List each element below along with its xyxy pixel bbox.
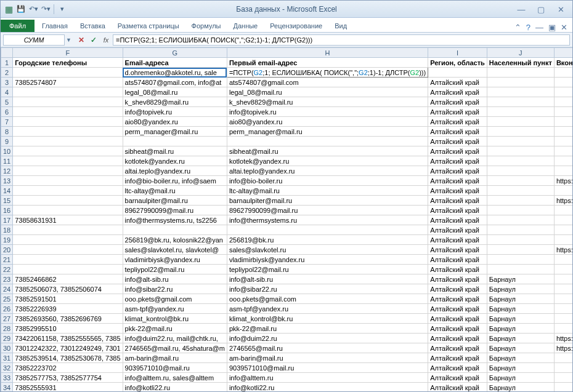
row-header[interactable]: 14: [1, 186, 13, 196]
cell[interactable]: [554, 68, 572, 78]
cell[interactable]: barnaulpiter@mail.ru: [227, 196, 428, 206]
cell[interactable]: Алтайский край: [428, 146, 487, 156]
cell[interactable]: vladimirbiysk@yandex.ru: [227, 255, 428, 265]
cell[interactable]: aio80@yandex.ru: [123, 117, 227, 127]
cell[interactable]: [487, 78, 554, 87]
cell[interactable]: 9039571010@mail.ru: [227, 363, 428, 373]
ribbon-tab-3[interactable]: Формулы: [185, 20, 227, 32]
cell[interactable]: 73852577753, 73852577754: [13, 373, 123, 383]
spreadsheet-grid[interactable]: F G H I J K 1Городские телефоныEmail-адр…: [1, 47, 572, 391]
ribbon-tab-1[interactable]: Вставка: [74, 20, 112, 32]
cell[interactable]: ooo.pkets@gmail.com: [227, 294, 428, 304]
name-box[interactable]: СУММ: [3, 34, 65, 46]
cell[interactable]: [554, 324, 572, 334]
cell[interactable]: ltc-altay@mail.ru: [123, 186, 227, 196]
row-header[interactable]: 4: [1, 87, 13, 97]
col-header-J[interactable]: J: [487, 48, 554, 58]
cell[interactable]: [487, 215, 554, 225]
cell[interactable]: info@topivek.ru: [227, 107, 428, 117]
cell[interactable]: altai.teplo@yandex.ru: [227, 166, 428, 176]
cell[interactable]: am-barin@mail.ru: [227, 353, 428, 363]
cell[interactable]: Барнаул: [487, 363, 554, 373]
cell[interactable]: =ПСТР(G2;1; ЕСЛИОШИБКА( ПОИСК(",";G2;1)-…: [227, 68, 428, 78]
cell[interactable]: [487, 245, 554, 255]
cell[interactable]: info@bio-boiler.ru, info@saem: [123, 176, 227, 186]
cell[interactable]: [13, 186, 123, 196]
cell[interactable]: 89627990099@mail.ru: [123, 206, 227, 215]
cell[interactable]: [13, 245, 123, 255]
cell[interactable]: 89627990099@mail.ru: [227, 206, 428, 215]
cell[interactable]: Алтайский край: [428, 255, 487, 265]
cell[interactable]: [487, 146, 554, 156]
row-header[interactable]: 13: [1, 176, 13, 186]
ribbon-tab-0[interactable]: Главная: [36, 20, 74, 32]
cell[interactable]: [554, 225, 572, 235]
row-header[interactable]: 31: [1, 353, 13, 363]
cell[interactable]: [13, 156, 123, 166]
header-cell[interactable]: Регион, область: [428, 58, 487, 68]
row-header[interactable]: 1: [1, 58, 13, 68]
undo-icon[interactable]: ↶▾: [28, 4, 39, 15]
cell[interactable]: [13, 117, 123, 127]
cell[interactable]: https://vk.com/duim_ba: [554, 334, 572, 343]
ribbon-tab-4[interactable]: Данные: [227, 20, 264, 32]
row-header[interactable]: 33: [1, 373, 13, 383]
cell[interactable]: 73852591501: [13, 294, 123, 304]
cell[interactable]: Барнаул: [487, 304, 554, 314]
row-header[interactable]: 21: [1, 255, 13, 265]
cell[interactable]: info@bio-boiler.ru: [227, 176, 428, 186]
cell[interactable]: [554, 117, 572, 127]
cell[interactable]: [554, 265, 572, 274]
cell[interactable]: 73852223702: [13, 363, 123, 373]
cell[interactable]: [554, 255, 572, 265]
cell[interactable]: Алтайский край: [428, 294, 487, 304]
cell[interactable]: perm_manager@mail.ru: [227, 127, 428, 137]
cell[interactable]: [487, 97, 554, 107]
help-icon[interactable]: ?: [526, 23, 530, 32]
cell[interactable]: barnaulpiter@mail.ru: [123, 196, 227, 206]
cell[interactable]: Алтайский край: [428, 265, 487, 274]
cell[interactable]: Барнаул: [487, 324, 554, 334]
row-header[interactable]: 26: [1, 304, 13, 314]
cell[interactable]: Алтайский край: [428, 284, 487, 294]
cell[interactable]: [554, 274, 572, 284]
cell[interactable]: Алтайский край: [428, 363, 487, 373]
cell[interactable]: [13, 137, 123, 146]
qat-customize-icon[interactable]: ▾: [57, 4, 68, 15]
header-cell[interactable]: Вконтакте: [554, 58, 572, 68]
cell[interactable]: k_shev8829@mail.ru: [227, 97, 428, 107]
cell[interactable]: Алтайский край: [428, 353, 487, 363]
cell[interactable]: tepliypol22@mail.ru: [123, 265, 227, 274]
cell[interactable]: Алтайский край: [428, 196, 487, 206]
file-tab[interactable]: Файл: [1, 20, 35, 32]
cell[interactable]: Алтайский край: [428, 383, 487, 392]
cell[interactable]: 73852466862: [13, 274, 123, 284]
cell[interactable]: altai.teplo@yandex.ru: [123, 166, 227, 176]
cell[interactable]: asm-tpf@yandex.ru: [227, 304, 428, 314]
cell[interactable]: Алтайский край: [428, 334, 487, 343]
cell[interactable]: 73012242322, 73012249249, 7301: [13, 343, 123, 353]
cell[interactable]: Алтайский край: [428, 107, 487, 117]
cell[interactable]: [487, 196, 554, 206]
cell[interactable]: perm_manager@mail.ru: [123, 127, 227, 137]
row-header[interactable]: 2: [1, 68, 13, 78]
cell[interactable]: legal_08@mail.ru: [123, 87, 227, 97]
cell[interactable]: info@thermsystems.ru, ts2256: [123, 215, 227, 225]
header-cell[interactable]: Первый email-адрес: [227, 58, 428, 68]
cell[interactable]: [487, 166, 554, 176]
row-header[interactable]: 19: [1, 235, 13, 245]
cell[interactable]: [13, 235, 123, 245]
cell[interactable]: d.ohremenko@akkotel.ru, sale: [123, 68, 227, 78]
cell[interactable]: [487, 176, 554, 186]
row-header[interactable]: 27: [1, 314, 13, 324]
cell[interactable]: 73852555931: [13, 383, 123, 392]
cell[interactable]: [487, 255, 554, 265]
cell[interactable]: [487, 87, 554, 97]
cell[interactable]: [487, 117, 554, 127]
cell[interactable]: [487, 235, 554, 245]
cell[interactable]: Алтайский край: [428, 373, 487, 383]
ribbon-tab-5[interactable]: Рецензирование: [264, 20, 328, 32]
cell[interactable]: [554, 127, 572, 137]
cell[interactable]: Алтайский край: [428, 274, 487, 284]
cell[interactable]: [487, 107, 554, 117]
